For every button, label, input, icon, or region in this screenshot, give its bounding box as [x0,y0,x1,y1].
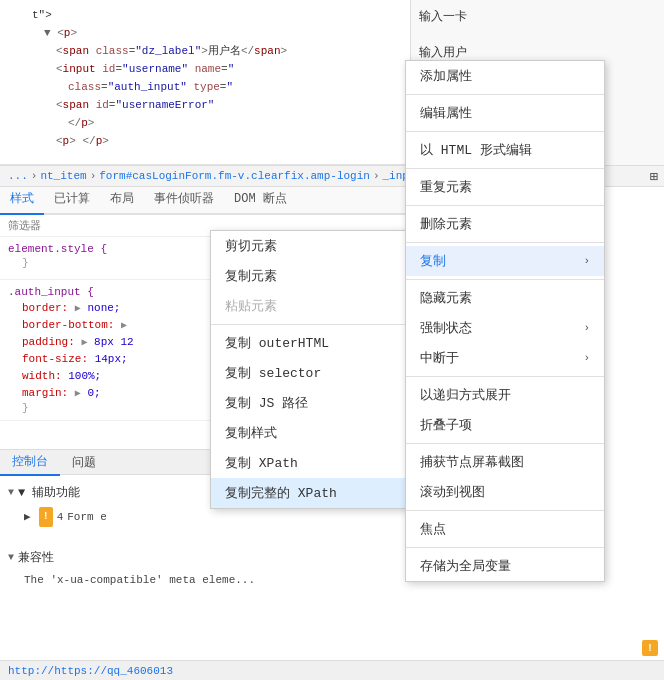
warn-icon: ! [642,640,658,656]
submenu-arrow: › [583,352,590,364]
tab-console[interactable]: 控制台 [0,449,60,476]
menu-separator [406,242,604,243]
menu-item-hide[interactable]: 隐藏元素 [406,283,604,313]
menu-item-duplicate[interactable]: 重复元素 [406,172,604,202]
menu-separator [406,131,604,132]
menu-item-store-global[interactable]: 存储为全局变量 [406,551,604,581]
menu-item-scroll-into-view[interactable]: 滚动到视图 [406,477,604,507]
form-label: Form e [67,508,107,526]
menu-item-collapse-children[interactable]: 折叠子项 [406,410,604,440]
menu-item-copy-js-path[interactable]: 复制 JS 路径 [211,388,409,418]
warn-badge: ! [39,507,53,527]
menu-separator [406,376,604,377]
menu-separator [406,443,604,444]
context-menu-left: 剪切元素 复制元素 粘贴元素 复制 outerHTML 复制 selector … [210,230,410,509]
menu-item-copy-styles[interactable]: 复制样式 [211,418,409,448]
menu-item-copy-selector[interactable]: 复制 selector [211,358,409,388]
menu-item-copy-outerhtml[interactable]: 复制 outerHTML [211,328,409,358]
menu-separator [406,510,604,511]
status-url: http://https://qq_4606013 [8,665,173,677]
breadcrumb-item[interactable]: nt_item [40,170,86,182]
compatibility-section: ▼ 兼容性 The 'x-ua-compatible' meta eleme..… [0,540,415,594]
menu-item-cut[interactable]: 剪切元素 [211,231,409,261]
menu-separator [406,94,604,95]
code-line: </p> [8,114,402,132]
grid-icon[interactable]: ⊞ [650,168,658,185]
tab-event-listeners[interactable]: 事件侦听器 [144,186,224,215]
menu-separator [406,168,604,169]
compatibility-text: The 'x-ua-compatible' meta eleme... [8,572,407,588]
tabs-row: 样式 已计算 布局 事件侦听器 DOM 断点 [0,187,415,215]
code-line: class="auth_input" type=" [8,78,402,96]
menu-item-copy-element[interactable]: 复制元素 [211,261,409,291]
collapse-icon: ▼ [8,487,14,498]
form-count-badge: 4 [57,508,64,526]
issue-badge: ! [640,638,660,658]
menu-item-force-state[interactable]: 强制状态 › [406,313,604,343]
menu-separator [406,205,604,206]
menu-item-copy-xpath[interactable]: 复制 XPath [211,448,409,478]
menu-item-delete[interactable]: 删除元素 [406,209,604,239]
menu-separator [406,547,604,548]
status-bar: http://https://qq_4606013 [0,660,664,680]
menu-item-copy-full-xpath[interactable]: 复制完整的 XPath [211,478,409,508]
tab-issues[interactable]: 问题 [60,450,108,475]
breadcrumb-item[interactable]: ... [8,170,28,182]
menu-separator [211,324,409,325]
tab-styles[interactable]: 样式 [0,186,44,215]
menu-item-add-attr[interactable]: 添加属性 [406,61,604,91]
menu-item-edit-html[interactable]: 以 HTML 形式编辑 [406,135,604,165]
collapse-icon: ▼ [8,552,14,563]
menu-item-paste[interactable]: 粘贴元素 [211,291,409,321]
code-line: <input id="username" name=" [8,60,402,78]
menu-item-expand-recursively[interactable]: 以递归方式展开 [406,380,604,410]
tab-layout[interactable]: 布局 [100,186,144,215]
submenu-arrow: › [583,322,590,334]
menu-item-copy[interactable]: 复制 › [406,246,604,276]
code-line: <span class="dz_label">用户名</span> [8,42,402,60]
accessibility-content: ▶ ! 4 Form e [8,507,407,527]
menu-item-screenshot[interactable]: 捕获节点屏幕截图 [406,447,604,477]
menu-item-break-on[interactable]: 中断于 › [406,343,604,373]
code-area: t"> ▼ <p> <span class="dz_label">用户名</sp… [0,0,410,165]
tab-computed[interactable]: 已计算 [44,186,100,215]
compatibility-title: 兼容性 [18,549,54,566]
accessibility-title: ▼ 辅助功能 [18,484,80,501]
code-line: t"> [8,6,402,24]
context-menu-right: 添加属性 编辑属性 以 HTML 形式编辑 重复元素 删除元素 复制 › 隐藏元… [405,60,605,582]
code-line: <span id="usernameError" [8,96,402,114]
menu-separator [406,279,604,280]
compatibility-header[interactable]: ▼ 兼容性 [8,546,407,569]
breadcrumb-item[interactable]: form#casLoginForm.fm-v.clearfix.amp-logi… [99,170,370,182]
code-line: ▼ <p> [8,24,402,42]
code-line: <p> </p> [8,132,402,150]
tab-dom-breakpoints[interactable]: DOM 断点 [224,186,297,215]
menu-item-edit-attr[interactable]: 编辑属性 [406,98,604,128]
menu-item-focus[interactable]: 焦点 [406,514,604,544]
collapse-icon-small[interactable]: ▶ [24,508,31,526]
submenu-arrow: › [583,255,590,267]
